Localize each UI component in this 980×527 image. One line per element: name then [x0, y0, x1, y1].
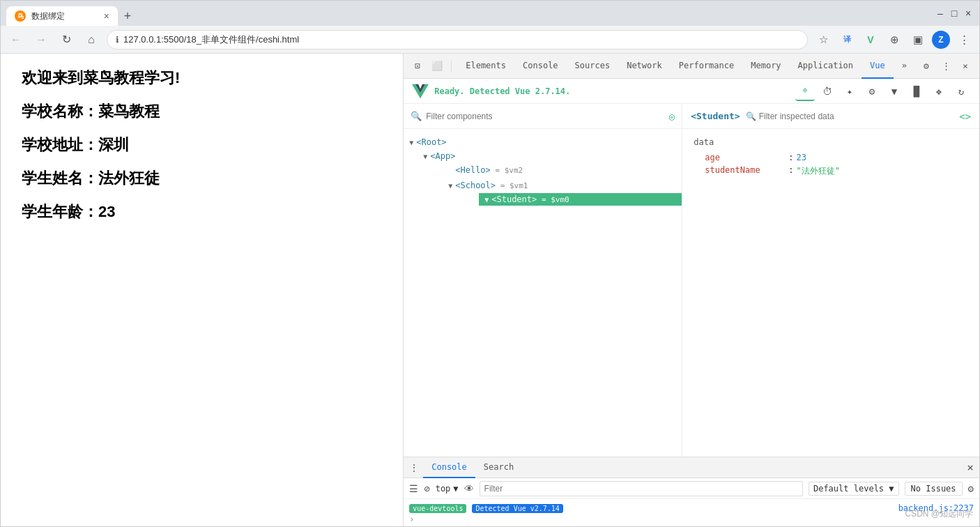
- url-bar[interactable]: ℹ 127.0.0.1:5500/18_非单文件组件/ceshi.html: [107, 30, 808, 49]
- chrome-menu-icon[interactable]: ⋮: [954, 30, 974, 49]
- separator: [451, 61, 452, 72]
- performance-tool[interactable]: ✦: [840, 82, 859, 101]
- console-output: vue-devtools Detected Vue v2.7.14 backen…: [404, 499, 979, 526]
- tree-node-root-label[interactable]: ▼ <Root>: [404, 136, 682, 148]
- context-arrow: ▼: [453, 484, 458, 494]
- data-section: data age : 23 studentName : "法外狂徒": [682, 129, 979, 187]
- tree-list: ▼ <Root> ▼ <App>: [404, 129, 682, 217]
- tree-filter-bar: 🔍 ◎: [404, 104, 682, 129]
- component-tree: 🔍 ◎ ▼ <Root>: [404, 104, 682, 457]
- data-key-studentname: studentName: [705, 165, 788, 177]
- filter-icon: 🔍: [411, 111, 422, 121]
- tree-node-app-label[interactable]: ▼ <App>: [418, 150, 682, 162]
- tab-performance[interactable]: Performance: [671, 54, 742, 79]
- component-inspector-tool[interactable]: ⌖: [795, 82, 815, 101]
- page-line-2: 学校名称：菜鸟教程: [22, 101, 382, 122]
- refresh-vue-tool[interactable]: ↻: [951, 82, 971, 101]
- data-colon-age: :: [788, 153, 793, 162]
- tab-favicon: 鸟: [15, 10, 26, 22]
- console-tab-search[interactable]: Search: [475, 457, 522, 478]
- tab-more[interactable]: »: [894, 54, 915, 79]
- extensions-icon[interactable]: ⊕: [885, 30, 904, 49]
- settings-vue-tool[interactable]: ⚙: [862, 82, 882, 101]
- more-tool[interactable]: ▼: [885, 82, 904, 101]
- devtools-menu-icon[interactable]: ⋮: [937, 58, 954, 75]
- inspect-element-icon[interactable]: ⊡: [409, 58, 426, 75]
- devtools-panel: ⊡ ⬜ Elements Console Sources Network Per…: [403, 54, 979, 526]
- tag-hello: <Hello>: [455, 165, 491, 175]
- translate-icon[interactable]: 译: [837, 30, 857, 49]
- console-tab-console[interactable]: Console: [423, 457, 475, 478]
- tab-sources[interactable]: Sources: [567, 54, 619, 79]
- home-button[interactable]: ⌂: [82, 30, 101, 49]
- console-context-selector[interactable]: top ▼: [436, 484, 459, 494]
- filter-components-input[interactable]: [426, 112, 665, 121]
- browser-tab[interactable]: 鸟 数据绑定 ×: [6, 6, 118, 26]
- devtools-close-icon[interactable]: ×: [957, 58, 974, 75]
- console-clear-icon[interactable]: ⊘: [424, 483, 429, 494]
- back-button[interactable]: ←: [6, 30, 26, 49]
- address-bar: ← → ↻ ⌂ ℹ 127.0.0.1:5500/18_非单文件组件/ceshi…: [1, 26, 979, 54]
- tab-close-button[interactable]: ×: [104, 10, 109, 22]
- reload-button[interactable]: ↻: [56, 30, 76, 49]
- tree-node-student-label[interactable]: ▼ <Student> = $vm0: [479, 193, 682, 206]
- tab-network[interactable]: Network: [618, 54, 671, 79]
- tag-app: <App>: [430, 151, 455, 161]
- page-line-3: 学校地址：深圳: [22, 135, 382, 155]
- console-menu-icon[interactable]: ⋮: [409, 462, 419, 473]
- forward-button[interactable]: →: [31, 30, 51, 49]
- user-avatar[interactable]: Z: [932, 31, 950, 49]
- window-controls: – □ ×: [935, 8, 974, 19]
- tree-node-hello: ▼ <Hello> = $vm2: [418, 162, 682, 178]
- default-levels-dropdown[interactable]: Default levels ▼: [809, 482, 899, 496]
- default-levels-label: Default levels ▼: [813, 484, 894, 494]
- page-line-5: 学生年龄：23: [22, 201, 382, 222]
- device-toolbar-icon[interactable]: ⬜: [429, 58, 445, 75]
- data-row-age: age : 23: [694, 151, 968, 164]
- devtools-settings-icon[interactable]: ⚙: [918, 58, 935, 75]
- tag-root: <Root>: [416, 137, 446, 147]
- timeline-tool[interactable]: ⏱: [818, 82, 837, 101]
- arrow-app: ▼: [423, 153, 427, 160]
- tab-console[interactable]: Console: [514, 54, 567, 79]
- console-filter-input[interactable]: [480, 481, 803, 496]
- vue-devtools-bar: Ready. Detected Vue 2.7.14. ⌖ ⏱ ✦ ⚙ ▼ ▐▌…: [404, 79, 979, 104]
- tab-elements[interactable]: Elements: [457, 54, 514, 79]
- title-bar: 鸟 数据绑定 × + – □ ×: [1, 1, 979, 26]
- tree-node-school-label[interactable]: ▼ <School> = $vm1: [443, 179, 682, 192]
- vm-ref-hello: = $vm2: [491, 166, 523, 175]
- tab-vue[interactable]: Vue: [862, 54, 894, 79]
- page-content: 欢迎来到菜鸟教程学习! 学校名称：菜鸟教程 学校地址：深圳 学生姓名：法外狂徒 …: [1, 54, 403, 526]
- console-expand-arrow[interactable]: ›: [409, 514, 974, 524]
- tree-node-hello-label[interactable]: ▼ <Hello> = $vm2: [443, 164, 682, 176]
- bar-chart-tool[interactable]: ▐▌: [907, 82, 926, 101]
- star-icon[interactable]: ☆: [813, 30, 833, 49]
- context-label: top: [436, 484, 451, 494]
- puzzle-vue-tool[interactable]: ❖: [929, 82, 949, 101]
- new-tab-button[interactable]: +: [118, 6, 137, 26]
- data-key-age: age: [705, 153, 788, 162]
- inspector-filter-icon: 🔍: [746, 112, 756, 121]
- console-close-icon[interactable]: ×: [967, 461, 974, 474]
- close-window-button[interactable]: ×: [963, 8, 974, 19]
- screen-icon[interactable]: ▣: [908, 30, 928, 49]
- console-eye-icon[interactable]: 👁: [464, 483, 474, 494]
- tree-node-root: ▼ <Root> ▼ <App>: [404, 135, 682, 211]
- vue-extension-icon[interactable]: V: [861, 30, 880, 49]
- maximize-button[interactable]: □: [949, 8, 960, 19]
- tab-memory[interactable]: Memory: [742, 54, 789, 79]
- console-sidebar-icon[interactable]: ☰: [409, 483, 418, 494]
- url-text: 127.0.0.1:5500/18_非单文件组件/ceshi.html: [123, 33, 299, 46]
- tab-application[interactable]: Application: [790, 54, 862, 79]
- file-link[interactable]: backend.js:2237: [898, 503, 974, 513]
- tree-node-app: ▼ <App> ▼ <Hello> = $vm2: [404, 148, 682, 210]
- data-value-studentname: "法外狂徒": [796, 165, 839, 177]
- filter-inspected-input[interactable]: [759, 112, 954, 121]
- code-icon[interactable]: <>: [959, 111, 971, 122]
- tab-area: 鸟 数据绑定 × +: [6, 1, 932, 26]
- tree-refresh-icon[interactable]: ◎: [669, 111, 675, 122]
- console-settings-icon[interactable]: ⚙: [968, 483, 974, 494]
- minimize-button[interactable]: –: [935, 8, 946, 19]
- tree-node-school: ▼ <School> = $vm1 ▼ <Student>: [418, 178, 682, 208]
- devtools-header: ⊡ ⬜ Elements Console Sources Network Per…: [404, 54, 979, 79]
